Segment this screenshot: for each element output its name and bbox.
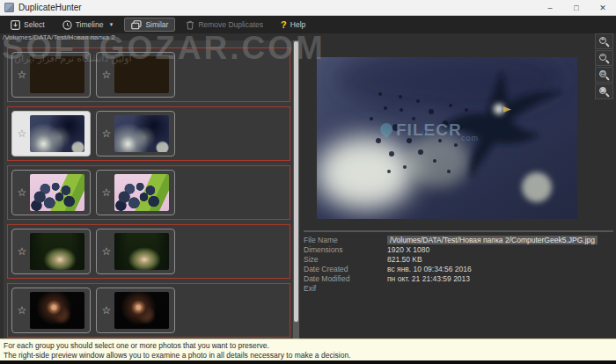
favorite-star-icon[interactable]: ☆ [14,305,30,316]
duplicate-group-dark-portrait: ☆☆ [7,283,290,338]
favorite-star-icon[interactable]: ☆ [99,128,114,139]
metadata-label: Dimensions [304,245,387,254]
duplicate-thumbnail-card[interactable]: ☆ [11,52,91,98]
chevron-down-icon: ▼ [108,22,114,27]
duplicate-thumbnail-card[interactable]: ☆ [96,288,175,333]
zoom-fit-button[interactable]: ⊡ [595,67,613,83]
thumbnail-image-sunset-explosion-road [114,56,169,93]
timeline-button[interactable]: Timeline ▼ [55,18,121,32]
thumbnail-image-eagle-particle-art [30,115,84,152]
timeline-label: Timeline [76,20,104,29]
window-controls: – □ ✕ [537,0,616,15]
main-toolbar: Select Timeline ▼ Similar Remove Duplica… [0,16,616,33]
thumbnail-image-dark-portrait [114,292,169,329]
metadata-label: Date Modified [304,274,387,283]
thumbnail-image-forest-path [30,233,84,270]
trash-icon [186,20,194,30]
app-window: DuplicateHunter – □ ✕ Select Timeline ▼ … [0,0,616,364]
preview-panel: FILECR.com File Name/Volumes/DATA/Test/Н… [299,40,616,339]
app-icon [4,3,14,12]
thumbnail-image-grapes-still-life [30,174,84,211]
clock-icon [62,20,72,30]
metadata-label: Date Created [304,265,387,273]
similar-button[interactable]: Similar [124,18,175,32]
scrollbar-thumb[interactable] [294,41,298,322]
help-button[interactable]: ? Help [274,18,312,32]
help-label: Help [290,20,305,29]
content-area: ☆☆☆☆☆☆☆☆☆☆ [0,40,616,339]
duplicate-thumbnail-card[interactable]: ☆ [96,170,175,215]
metadata-value: 821.50 KB [387,255,422,264]
minimize-button[interactable]: – [537,0,563,15]
filecr-watermark-icon [378,120,395,138]
magnifier-icon: ▣ [599,87,609,97]
duplicate-thumbnail-card[interactable]: ☆ [11,170,91,215]
duplicate-groups-list: ☆☆☆☆☆☆☆☆☆☆ [7,47,290,338]
select-button[interactable]: Select [4,18,52,32]
favorite-star-icon[interactable]: ☆ [99,69,114,80]
metadata-label: File Name [304,236,387,244]
thumbnail-image-grapes-still-life [114,174,169,211]
remove-duplicates-button[interactable]: Remove Duplicates [179,18,270,32]
duplicate-group-grapes-still-life: ☆☆ [7,165,290,220]
metadata-row: Date Createdвс янв. 10 09:34:56 2016 [304,264,613,273]
duplicate-thumbnail-card[interactable]: ☆ [96,111,175,157]
similar-photos-icon [131,20,142,30]
remove-duplicates-label: Remove Duplicates [198,20,263,29]
close-button[interactable]: ✕ [590,0,616,15]
select-label: Select [24,20,45,29]
metadata-label: Exif [304,284,387,293]
favorite-star-icon[interactable]: ☆ [99,305,114,316]
duplicate-group-eagle-particle-art: ☆☆ [7,106,290,161]
zoom-toolbar: +−⊡▣ [595,33,613,99]
favorite-star-icon[interactable]: ☆ [99,246,114,257]
title-bar: DuplicateHunter – □ ✕ [0,0,616,16]
duplicate-thumbnail-card[interactable]: ☆ [11,111,91,157]
metadata-value: 1920 X 1080 [387,245,429,254]
status-bar: For each group you should select one or … [0,339,616,360]
zoom-in-button[interactable]: + [595,33,613,49]
metadata-row: Size821.50 KB [304,254,613,264]
magnifier-icon: − [599,54,609,63]
thumbnail-image-eagle-particle-art [114,115,169,152]
thumbnail-image-sunset-explosion-road [30,56,84,93]
zoom-actual-button[interactable]: ▣ [595,84,613,99]
bottom-strip [0,360,616,364]
metadata-row: Dimensions1920 X 1080 [304,244,613,254]
status-hint-line2: The right-side preview window allows you… [4,351,612,360]
status-hint-line1: For each group you should select one or … [4,341,612,351]
zoom-out-button[interactable]: − [595,50,613,66]
thumbnail-image-forest-path [114,233,169,270]
duplicate-group-forest-path: ☆☆ [7,224,290,279]
favorite-star-icon[interactable]: ☆ [14,69,30,80]
similar-label: Similar [145,20,168,29]
metadata-row: File Name/Volumes/DATA/Test/Новая папка … [304,235,613,244]
metadata-value: пн окт. 21 21:43:59 2013 [387,274,470,283]
metadata-row: Date Modifiedпн окт. 21 21:43:59 2013 [304,273,613,283]
window-title: DuplicateHunter [18,3,82,12]
select-icon [11,20,20,30]
help-icon: ? [281,19,287,30]
vertical-scrollbar[interactable] [293,40,299,339]
favorite-star-icon[interactable]: ☆ [14,187,30,198]
thumbnail-image-dark-portrait [30,292,84,329]
favorite-star-icon[interactable]: ☆ [14,128,30,139]
favorite-star-icon[interactable]: ☆ [99,187,114,198]
duplicate-thumbnail-card[interactable]: ☆ [96,229,175,274]
magnifier-icon: ⊡ [599,70,609,80]
metadata-value: вс янв. 10 09:34:56 2016 [387,265,472,273]
metadata-panel: File Name/Volumes/DATA/Test/Новая папка … [304,230,613,293]
metadata-value: /Volumes/DATA/Test/Новая папка 2/Compute… [387,236,598,244]
filecr-watermark: FILECR.com [380,120,482,140]
duplicate-groups-panel: ☆☆☆☆☆☆☆☆☆☆ [4,40,299,339]
duplicate-group-sunset-explosion-road: ☆☆ [7,47,290,102]
metadata-label: Size [304,255,387,264]
maximize-button[interactable]: □ [563,0,590,15]
favorite-star-icon[interactable]: ☆ [14,246,30,257]
metadata-row: Exif [304,283,613,293]
magnifier-icon: + [599,37,609,47]
duplicate-thumbnail-card[interactable]: ☆ [96,52,175,98]
duplicate-thumbnail-card[interactable]: ☆ [11,229,91,274]
duplicate-thumbnail-card[interactable]: ☆ [11,288,91,333]
preview-image: FILECR.com [317,57,577,219]
